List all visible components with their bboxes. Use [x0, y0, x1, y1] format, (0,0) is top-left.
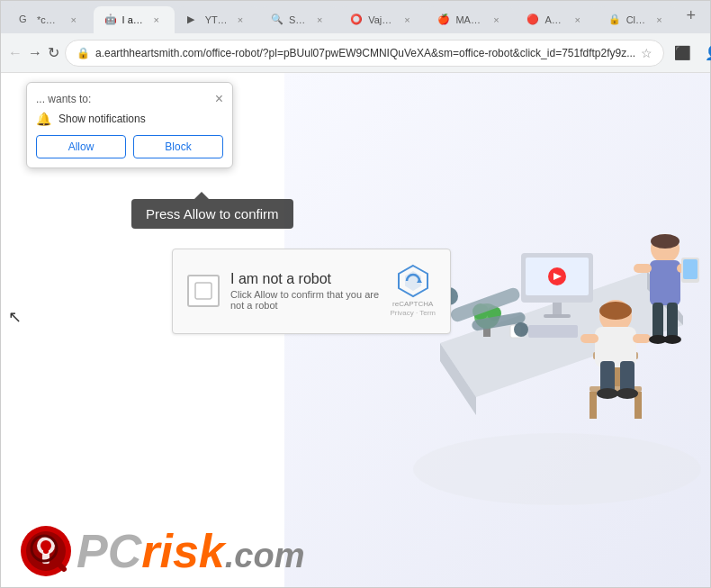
tab-4-close[interactable]: × — [312, 13, 327, 27]
tab-6-close[interactable]: × — [489, 13, 503, 27]
mouse-cursor: ↖ — [8, 307, 22, 327]
tab-7-close[interactable]: × — [571, 13, 585, 27]
browser-frame: G *combi... × 🤖 I am n... × ▶ YTube... ×… — [0, 0, 711, 588]
svg-point-0 — [413, 433, 701, 505]
svg-rect-34 — [634, 264, 652, 273]
tab-5[interactable]: ⭕ VajraSy... × — [339, 6, 425, 33]
svg-rect-37 — [683, 259, 698, 279]
url-text: a.earthheartsmith.com/office-robot/?pl=p… — [95, 47, 635, 59]
back-button[interactable]: ← — [8, 41, 22, 66]
toolbar: ← → ↻ 🔒 a.earthheartsmith.com/office-rob… — [1, 33, 710, 73]
svg-rect-6 — [553, 303, 562, 316]
tab-6-favicon: 🍎 — [437, 14, 450, 26]
tab-7[interactable]: 🔴 Apple... × — [516, 6, 595, 33]
tab-3-close[interactable]: × — [233, 13, 248, 27]
recaptcha-brand: reCAPTCHA — [390, 300, 436, 309]
tab-7-title: Apple... — [544, 14, 564, 25]
svg-rect-17 — [590, 392, 597, 419]
recaptcha-subtitle: Click Allow to confirm that you are not … — [230, 289, 379, 311]
svg-rect-25 — [580, 334, 598, 343]
recaptcha-box[interactable]: I am not a robot Click Allow to confirm … — [172, 249, 451, 334]
new-tab-button[interactable]: + — [679, 6, 703, 25]
recaptcha-brand-text: reCAPTCHA Privacy · Term — [390, 300, 436, 319]
pc-text: PC — [76, 525, 141, 577]
popup-notification-row: 🔔 Show notifications — [36, 112, 223, 126]
popup-header: ... wants to: × — [36, 92, 223, 106]
reload-button[interactable]: ↻ — [48, 41, 59, 66]
svg-point-33 — [663, 335, 681, 344]
pcrisk-logo: PCrisk.com — [19, 524, 304, 578]
svg-rect-7 — [544, 314, 571, 318]
svg-point-38 — [651, 234, 680, 249]
svg-point-23 — [597, 388, 618, 399]
tab-2-favicon: 🤖 — [104, 14, 117, 26]
recaptcha-logo-area: reCAPTCHA Privacy · Term — [390, 264, 436, 319]
allow-button[interactable]: Allow — [36, 135, 126, 158]
tab-3[interactable]: ▶ YTube... × — [176, 6, 258, 33]
extensions-button[interactable]: ⬛ — [670, 41, 695, 66]
recaptcha-text-area: I am not a robot Click Allow to confirm … — [230, 271, 379, 311]
forward-button[interactable]: → — [28, 41, 42, 66]
tab-2[interactable]: 🤖 I am n... × — [94, 6, 175, 33]
tab-2-title: I am n... — [122, 14, 144, 25]
checkbox-icon — [194, 282, 212, 300]
recaptcha-title: I am not a robot — [230, 271, 379, 287]
page-content: ... wants to: × 🔔 Show notifications All… — [1, 73, 710, 587]
recaptcha-links: Privacy · Term — [390, 309, 436, 318]
tab-8-close[interactable]: × — [652, 13, 666, 27]
recaptcha-checkbox[interactable] — [187, 275, 220, 307]
svg-rect-30 — [652, 303, 663, 339]
bell-icon: 🔔 — [36, 112, 51, 126]
svg-rect-26 — [633, 334, 651, 343]
tab-8-title: Click '... — [626, 14, 647, 25]
tab-6[interactable]: 🍎 MACPE... × — [427, 6, 514, 33]
notification-popup: ... wants to: × 🔔 Show notifications All… — [26, 82, 233, 168]
svg-rect-31 — [667, 303, 678, 339]
tab-3-title: YTube... — [205, 14, 228, 25]
svg-point-27 — [599, 302, 632, 320]
tab-5-favicon: ⭕ — [350, 14, 363, 26]
tab-3-favicon: ▶ — [187, 14, 200, 26]
svg-rect-22 — [620, 361, 634, 393]
tab-1[interactable]: G *combi... × — [8, 6, 92, 33]
block-button[interactable]: Block — [133, 135, 223, 158]
tab-4-favicon: 🔍 — [271, 14, 284, 26]
tab-2-close[interactable]: × — [149, 13, 164, 27]
tab-bar: G *combi... × 🤖 I am n... × ▶ YTube... ×… — [1, 1, 710, 33]
tab-4[interactable]: 🔍 Search × — [260, 6, 338, 33]
com-text: .com — [225, 537, 305, 574]
bookmark-icon[interactable]: ☆ — [641, 46, 652, 60]
tab-1-close[interactable]: × — [67, 13, 81, 27]
popup-title: ... wants to: — [36, 93, 91, 105]
tab-8[interactable]: 🔒 Click '... × — [598, 6, 678, 33]
pcrisk-text-group: PCrisk.com — [76, 524, 304, 578]
pcrisk-icon — [19, 524, 73, 578]
recaptcha-logo — [396, 264, 430, 298]
svg-rect-29 — [650, 260, 680, 305]
press-allow-tooltip: Press Allow to confirm — [131, 199, 293, 229]
tooltip-text: Press Allow to confirm — [146, 206, 279, 222]
tab-7-favicon: 🔴 — [526, 14, 539, 26]
svg-point-42 — [514, 322, 528, 337]
tab-5-close[interactable]: × — [400, 13, 414, 27]
popup-close-button[interactable]: × — [215, 92, 223, 106]
tab-1-title: *combi... — [37, 14, 61, 25]
popup-buttons: Allow Block — [36, 135, 223, 158]
profile-button[interactable]: 👤 — [700, 41, 711, 66]
svg-point-24 — [616, 388, 638, 399]
recaptcha-privacy[interactable]: Privacy — [390, 309, 413, 317]
risk-text: risk — [141, 525, 225, 577]
notification-text: Show notifications — [58, 113, 146, 125]
svg-rect-8 — [528, 325, 578, 338]
recaptcha-term[interactable]: Term — [419, 309, 436, 317]
svg-rect-21 — [600, 361, 615, 393]
tab-6-title: MACPE... — [455, 14, 483, 25]
svg-rect-45 — [195, 283, 212, 299]
toolbar-right: ⬛ 👤 Relaunch to update ⋮ — [670, 41, 711, 66]
tab-4-title: Search — [289, 14, 307, 25]
tab-8-favicon: 🔒 — [608, 14, 621, 26]
svg-point-52 — [43, 548, 49, 554]
address-bar[interactable]: 🔒 a.earthheartsmith.com/office-robot/?pl… — [65, 40, 664, 67]
tab-5-title: VajraSy... — [368, 14, 394, 25]
lock-icon: 🔒 — [76, 47, 90, 59]
